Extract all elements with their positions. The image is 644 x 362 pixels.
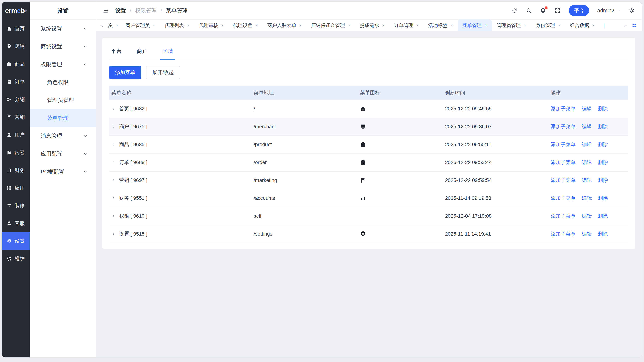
page-tab[interactable]: 提成流水 × xyxy=(355,20,389,31)
page-tab[interactable]: 代理审核 × xyxy=(194,20,228,31)
add-menu-button[interactable]: 添加菜单 xyxy=(109,66,141,79)
user-menu[interactable]: admin2 xyxy=(597,8,620,14)
close-icon[interactable]: × xyxy=(299,23,302,28)
page-tab[interactable]: 管理员管理 × xyxy=(492,20,531,31)
delete-link[interactable]: 删除 xyxy=(598,159,608,166)
sidebar-item[interactable]: 店铺 xyxy=(2,38,30,55)
scope-tab[interactable]: 区域 xyxy=(162,46,174,60)
close-icon[interactable]: × xyxy=(382,23,384,28)
sidebar-item[interactable]: 订单 xyxy=(2,73,30,90)
tabs-scroll-left-icon[interactable] xyxy=(98,20,106,31)
row-expander-icon[interactable] xyxy=(111,106,116,111)
sidebar-item[interactable]: 设置 xyxy=(2,232,30,250)
sidebar-item[interactable]: 财务 xyxy=(2,161,30,179)
delete-link[interactable]: 删除 xyxy=(598,123,608,130)
page-tab[interactable]: 活动标签 × xyxy=(424,20,458,31)
sub-sidebar-item[interactable]: 权限管理 xyxy=(30,56,96,73)
breadcrumb-parent[interactable]: 权限管理 xyxy=(135,7,157,14)
sub-sidebar-item[interactable]: 角色权限 xyxy=(30,73,96,91)
page-tab[interactable]: 订单管理 × xyxy=(390,20,424,31)
add-submenu-link[interactable]: 添加子菜单 xyxy=(550,177,576,184)
scope-tab[interactable]: 商户 xyxy=(136,46,148,60)
page-tab[interactable]: 店铺保证金管理 × xyxy=(306,20,355,31)
sub-sidebar-item[interactable]: 菜单管理 xyxy=(30,109,96,127)
close-icon[interactable]: × xyxy=(116,23,118,28)
add-submenu-link[interactable]: 添加子菜单 xyxy=(550,230,576,237)
refresh-icon[interactable] xyxy=(512,8,518,14)
edit-link[interactable]: 编辑 xyxy=(582,195,592,202)
page-tab[interactable]: 亥 × xyxy=(106,20,121,31)
close-icon[interactable]: × xyxy=(255,23,258,28)
page-tab[interactable]: 身份管理 × xyxy=(531,20,565,31)
settings-gear-icon[interactable] xyxy=(628,8,635,14)
search-icon[interactable] xyxy=(526,8,532,14)
collapse-menu-icon[interactable] xyxy=(103,8,109,14)
sidebar-item[interactable]: 维护 xyxy=(2,250,30,268)
sub-sidebar-item[interactable]: PC端配置 xyxy=(30,163,96,181)
add-submenu-link[interactable]: 添加子菜单 xyxy=(550,123,576,130)
page-tab[interactable]: 组合数据 × xyxy=(565,20,599,31)
sidebar-item[interactable]: 客服 xyxy=(2,214,30,232)
notifications-button[interactable] xyxy=(540,8,546,14)
edit-link[interactable]: 编辑 xyxy=(582,105,592,112)
sub-sidebar-item[interactable]: 管理员管理 xyxy=(30,91,96,109)
role-badge[interactable]: 平台 xyxy=(569,5,589,16)
delete-link[interactable]: 删除 xyxy=(598,230,608,237)
sidebar-item[interactable]: 装修 xyxy=(2,197,30,214)
breadcrumb-root[interactable]: 设置 xyxy=(115,7,126,14)
sub-sidebar-item[interactable]: 商城设置 xyxy=(30,38,96,56)
page-tab[interactable]: 丨 xyxy=(600,20,609,31)
close-icon[interactable]: × xyxy=(416,23,419,28)
edit-link[interactable]: 编辑 xyxy=(582,230,592,237)
close-icon[interactable]: × xyxy=(558,23,560,28)
close-icon[interactable]: × xyxy=(484,23,487,28)
tabs-scroll-right-icon[interactable] xyxy=(622,20,629,31)
row-expander-icon[interactable] xyxy=(111,142,116,147)
row-expander-icon[interactable] xyxy=(111,232,116,236)
delete-link[interactable]: 删除 xyxy=(598,141,608,148)
edit-link[interactable]: 编辑 xyxy=(582,159,592,166)
row-expander-icon[interactable] xyxy=(111,178,116,182)
tabs-overview-icon[interactable] xyxy=(629,20,639,31)
close-icon[interactable]: × xyxy=(450,23,453,28)
scope-tab[interactable]: 平台 xyxy=(110,46,122,60)
sub-sidebar-item[interactable]: 应用配置 xyxy=(30,145,96,163)
close-icon[interactable]: × xyxy=(152,23,155,28)
page-tab[interactable]: 代理列表 × xyxy=(160,20,194,31)
edit-link[interactable]: 编辑 xyxy=(582,141,592,148)
edit-link[interactable]: 编辑 xyxy=(582,123,592,130)
row-expander-icon[interactable] xyxy=(111,160,116,164)
sub-sidebar-item[interactable]: 消息管理 xyxy=(30,127,96,145)
delete-link[interactable]: 删除 xyxy=(598,213,608,220)
sidebar-item[interactable]: 商品 xyxy=(2,55,30,73)
sidebar-item[interactable]: 用户 xyxy=(2,126,30,144)
delete-link[interactable]: 删除 xyxy=(598,177,608,184)
add-submenu-link[interactable]: 添加子菜单 xyxy=(550,105,576,112)
edit-link[interactable]: 编辑 xyxy=(582,177,592,184)
sidebar-item[interactable]: 应用 xyxy=(2,179,30,197)
close-icon[interactable]: × xyxy=(592,23,595,28)
add-submenu-link[interactable]: 添加子菜单 xyxy=(550,213,576,220)
row-expander-icon[interactable] xyxy=(111,214,116,218)
add-submenu-link[interactable]: 添加子菜单 xyxy=(550,159,576,166)
sub-sidebar-item[interactable]: 系统设置 xyxy=(30,20,96,38)
add-submenu-link[interactable]: 添加子菜单 xyxy=(550,141,576,148)
row-expander-icon[interactable] xyxy=(111,124,116,129)
expand-collapse-button[interactable]: 展开/收起 xyxy=(146,66,180,79)
sidebar-item[interactable]: 分销 xyxy=(2,90,30,108)
page-tab[interactable]: 商户入驻表单 × xyxy=(262,20,306,31)
sidebar-item[interactable]: 内容 xyxy=(2,144,30,161)
fullscreen-icon[interactable] xyxy=(554,8,560,14)
close-icon[interactable]: × xyxy=(348,23,350,28)
page-tab[interactable]: 菜单管理 × xyxy=(458,20,492,31)
page-tab[interactable]: 商户管理员 × xyxy=(121,20,160,31)
edit-link[interactable]: 编辑 xyxy=(582,213,592,220)
close-icon[interactable]: × xyxy=(524,23,526,28)
page-tab[interactable]: 代理设置 × xyxy=(228,20,262,31)
delete-link[interactable]: 删除 xyxy=(598,195,608,202)
delete-link[interactable]: 删除 xyxy=(598,105,608,112)
row-expander-icon[interactable] xyxy=(111,196,116,200)
sidebar-item[interactable]: 营销 xyxy=(2,108,30,126)
close-icon[interactable]: × xyxy=(187,23,190,28)
close-icon[interactable]: × xyxy=(221,23,224,28)
